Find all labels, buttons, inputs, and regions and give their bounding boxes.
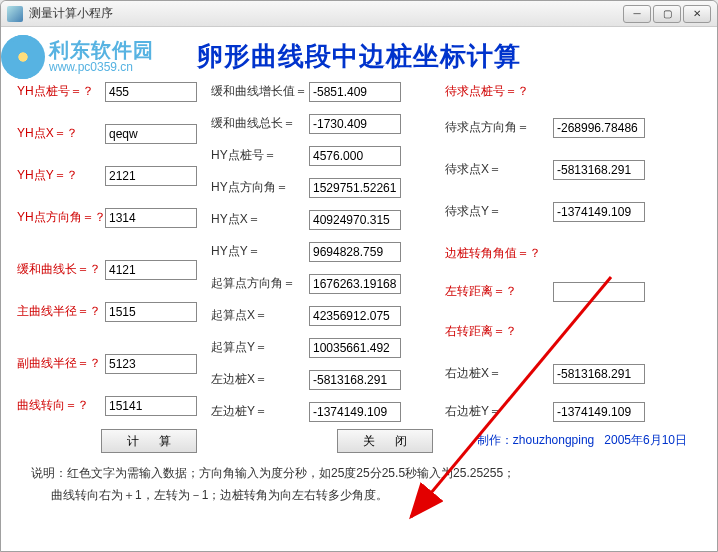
output-hy-x[interactable] (309, 210, 401, 230)
label-hy-x: HY点X＝ (209, 207, 309, 232)
input-yh-x[interactable] (105, 124, 197, 144)
window-controls: ─ ▢ ✕ (623, 5, 711, 23)
input-curve-dir[interactable] (105, 396, 197, 416)
input-main-r[interactable] (105, 302, 197, 322)
output-trans-inc[interactable] (309, 82, 401, 102)
output-start-az[interactable] (309, 274, 401, 294)
output-target-az[interactable] (553, 118, 645, 138)
input-yh-az[interactable] (105, 208, 197, 228)
credit-author: 制作：zhouzhongping (477, 433, 594, 447)
label-target-x: 待求点X＝ (443, 157, 553, 182)
output-target-x[interactable] (553, 160, 645, 180)
output-right-y[interactable] (553, 402, 645, 422)
output-right-x[interactable] (553, 364, 645, 384)
app-icon (7, 6, 23, 22)
notes: 说明：红色文字为需输入数据；方向角输入为度分秒，如25度25分25.5秒输入为2… (31, 463, 515, 506)
titlebar[interactable]: 测量计算小程序 ─ ▢ ✕ (1, 1, 717, 27)
note-line2: 曲线转向右为＋1，左转为－1；边桩转角为向左右转多少角度。 (51, 488, 388, 502)
label-hy-stake: HY点桩号＝ (209, 143, 309, 168)
output-trans-total[interactable] (309, 114, 401, 134)
label-sub-r: 副曲线半径＝？ (15, 351, 105, 376)
note-prefix: 说明： (31, 466, 67, 480)
label-curve-dir: 曲线转向＝？ (15, 393, 105, 418)
label-trans-total: 缓和曲线总长＝ (209, 111, 309, 136)
label-target-az: 待求点方向角＝ (443, 115, 553, 140)
output-hy-stake[interactable] (309, 146, 401, 166)
output-left-x[interactable] (309, 370, 401, 390)
label-target-y: 待求点Y＝ (443, 199, 553, 224)
page-title: 卵形曲线段中边桩坐标计算 (15, 39, 703, 74)
input-trans-len[interactable] (105, 260, 197, 280)
label-start-y: 起算点Y＝ (209, 335, 309, 360)
label-left-dist: 左转距离＝？ (443, 279, 553, 304)
label-target-stake: 待求点桩号＝？ (443, 79, 553, 104)
credit-date: 2005年6月10日 (604, 433, 687, 447)
output-target-y[interactable] (553, 202, 645, 222)
input-sub-r[interactable] (105, 354, 197, 374)
label-hy-az: HY点方向角＝ (209, 175, 309, 200)
input-yh-stake[interactable] (105, 82, 197, 102)
window-title: 测量计算小程序 (29, 5, 623, 22)
label-side-angle: 边桩转角角值＝？ (443, 241, 553, 266)
app-window: 测量计算小程序 ─ ▢ ✕ 利东软件园 www.pc0359.cn 卵形曲线段中… (0, 0, 718, 552)
label-right-y: 右边桩Y＝ (443, 399, 553, 424)
output-hy-y[interactable] (309, 242, 401, 262)
label-right-dist: 右转距离＝？ (443, 319, 553, 344)
label-start-x: 起算点X＝ (209, 303, 309, 328)
minimize-button[interactable]: ─ (623, 5, 651, 23)
label-yh-y: YH点Y＝？ (15, 163, 105, 188)
label-trans-inc: 缓和曲线增长值＝ (209, 79, 309, 104)
maximize-button[interactable]: ▢ (653, 5, 681, 23)
output-start-x[interactable] (309, 306, 401, 326)
calculate-button[interactable]: 计 算 (101, 429, 197, 453)
label-left-x: 左边桩X＝ (209, 367, 309, 392)
input-yh-y[interactable] (105, 166, 197, 186)
label-right-x: 右边桩X＝ (443, 361, 553, 386)
label-left-y: 左边桩Y＝ (209, 399, 309, 424)
label-yh-x: YH点X＝？ (15, 121, 105, 146)
credit-line: 制作：zhouzhongping 2005年6月10日 (477, 432, 687, 449)
label-yh-stake: YH点桩号＝？ (15, 79, 105, 104)
content-area: 利东软件园 www.pc0359.cn 卵形曲线段中边桩坐标计算 YH点桩号＝？… (1, 27, 717, 551)
output-start-y[interactable] (309, 338, 401, 358)
label-start-az: 起算点方向角＝ (209, 271, 309, 296)
label-hy-y: HY点Y＝ (209, 239, 309, 264)
label-yh-az: YH点方向角＝？ (15, 205, 105, 230)
close-button[interactable]: 关 闭 (337, 429, 433, 453)
input-left-dist[interactable] (553, 282, 645, 302)
label-trans-len: 缓和曲线长＝？ (15, 257, 105, 282)
label-main-r: 主曲线半径＝？ (15, 299, 105, 324)
output-left-y[interactable] (309, 402, 401, 422)
note-line1: 红色文字为需输入数据；方向角输入为度分秒，如25度25分25.5秒输入为25.2… (67, 466, 515, 480)
output-hy-az[interactable] (309, 178, 401, 198)
close-window-button[interactable]: ✕ (683, 5, 711, 23)
